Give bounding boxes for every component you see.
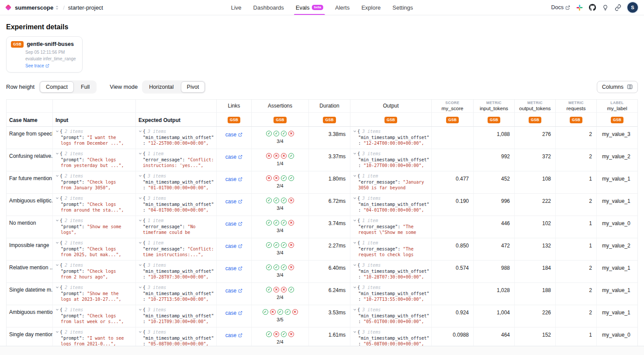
- case-name-cell[interactable]: Confusing relative...: [7, 149, 53, 171]
- row-height-full-button[interactable]: Full: [75, 81, 96, 93]
- chevron-down-icon[interactable]: [353, 308, 357, 311]
- gsb-badge[interactable]: GSB: [488, 117, 500, 123]
- chevron-down-icon[interactable]: [138, 174, 142, 178]
- case-trace-link[interactable]: case: [225, 198, 242, 205]
- output-cell[interactable]: { 1 item "error_message": "January 3050 …: [350, 171, 432, 193]
- column-header-expected-output[interactable]: Expected Output: [136, 113, 217, 126]
- column-header-requests[interactable]: METRICrequests: [556, 100, 597, 112]
- chevron-down-icon[interactable]: [55, 196, 59, 200]
- column-header-input[interactable]: Input: [53, 113, 136, 126]
- case-trace-link[interactable]: case: [225, 243, 242, 249]
- expected-output-cell[interactable]: { 3 items "min_timestamp_with_offset": "…: [136, 261, 217, 282]
- github-icon[interactable]: [589, 4, 596, 11]
- case-trace-link[interactable]: case: [225, 310, 242, 316]
- case-name-cell[interactable]: Ambiguous mention: [7, 305, 53, 327]
- gsb-badge[interactable]: GSB: [323, 117, 336, 123]
- case-trace-link[interactable]: case: [225, 154, 242, 160]
- nav-tab-live[interactable]: Live: [231, 0, 242, 15]
- output-cell[interactable]: { 3 items "min_timestamp_with_offset": "…: [350, 149, 432, 171]
- output-cell[interactable]: { 3 items "min_timestamp_with_offset": "…: [350, 283, 432, 305]
- table-row[interactable]: Ambiguous elliptic... { 2 items "prompt"…: [7, 194, 637, 216]
- chevron-down-icon[interactable]: [55, 241, 59, 244]
- column-header-duration[interactable]: Duration: [309, 100, 350, 112]
- nav-tab-alerts[interactable]: Alerts: [335, 0, 350, 15]
- input-cell[interactable]: { 2 items "prompt": "I want the logs fro…: [53, 127, 136, 149]
- table-row[interactable]: Impossible range { 2 items "prompt": "Ch…: [7, 238, 637, 261]
- output-cell[interactable]: { 3 items "min_timestamp_with_offset": "…: [350, 194, 432, 216]
- input-cell[interactable]: { 2 items "prompt": "Check logs from Jan…: [53, 171, 136, 193]
- table-row[interactable]: Single datetime m... { 2 items "prompt":…: [7, 283, 637, 305]
- see-trace-link[interactable]: See trace: [25, 63, 49, 68]
- link-icon[interactable]: [615, 4, 621, 11]
- expected-output-cell[interactable]: { 1 item "error_message": "No timeframe …: [136, 216, 217, 238]
- table-row[interactable]: Far future mention { 2 items "prompt": "…: [7, 171, 637, 194]
- output-cell[interactable]: { 3 items "min_timestamp_with_offset": "…: [350, 127, 432, 149]
- chevron-down-icon[interactable]: [55, 174, 59, 178]
- output-cell[interactable]: { 1 item "error_message": "The request t…: [350, 238, 432, 260]
- gsb-badge[interactable]: GSB: [570, 117, 582, 123]
- chevron-down-icon[interactable]: [138, 219, 142, 222]
- project-name[interactable]: starter-project: [68, 4, 103, 11]
- expected-output-cell[interactable]: { 3 items "min_timestamp_with_offset": "…: [136, 194, 217, 216]
- chevron-down-icon[interactable]: [55, 263, 59, 267]
- chevron-down-icon[interactable]: [138, 196, 142, 200]
- chevron-down-icon[interactable]: [55, 129, 59, 133]
- chevron-down-icon[interactable]: [353, 263, 357, 267]
- output-cell[interactable]: { 3 items "min_timestamp_with_offset": "…: [350, 261, 432, 282]
- column-header-case-name[interactable]: Case Name: [7, 113, 53, 126]
- chevron-down-icon[interactable]: [353, 152, 357, 155]
- input-cell[interactable]: { 2 items "prompt": "Check logs from 202…: [53, 238, 136, 260]
- chevron-down-icon[interactable]: [138, 308, 142, 311]
- chevron-down-icon[interactable]: [353, 129, 357, 133]
- chevron-down-icon[interactable]: [55, 330, 59, 334]
- gsb-badge[interactable]: GSB: [446, 117, 459, 123]
- input-cell[interactable]: { 2 items "prompt": "Check logs from 2 h…: [53, 261, 136, 282]
- column-header-links[interactable]: Links: [217, 100, 252, 112]
- case-name-cell[interactable]: Far future mention: [7, 171, 53, 193]
- nav-tab-evals[interactable]: Evals beta: [296, 0, 323, 15]
- gsb-badge[interactable]: GSB: [529, 117, 541, 123]
- case-trace-link[interactable]: case: [225, 176, 242, 182]
- chevron-down-icon[interactable]: [353, 174, 357, 178]
- chevron-down-icon[interactable]: [55, 219, 59, 222]
- input-cell[interactable]: { 2 items "prompt": "Check logs from yes…: [53, 149, 136, 171]
- columns-button[interactable]: Columns: [597, 81, 638, 93]
- input-cell[interactable]: { 2 items "prompt": "Show me some logs",: [53, 216, 136, 238]
- table-row[interactable]: Relative mention ... { 2 items "prompt":…: [7, 261, 637, 283]
- nav-tab-settings[interactable]: Settings: [392, 0, 413, 15]
- table-row[interactable]: No mention { 2 items "prompt": "Show me …: [7, 216, 637, 238]
- case-name-cell[interactable]: Relative mention ...: [7, 261, 53, 282]
- case-trace-link[interactable]: case: [225, 221, 242, 227]
- column-header-output-tokens[interactable]: METRICoutput_tokens: [515, 100, 556, 112]
- experiment-card[interactable]: GSB gentle-sniff-buses Sep 05 12:11:56 P…: [6, 36, 83, 73]
- case-name-cell[interactable]: No mention: [7, 216, 53, 238]
- expected-output-cell[interactable]: { 3 items "min_timestamp_with_offset": "…: [136, 283, 217, 305]
- gsb-badge[interactable]: GSB: [384, 117, 397, 123]
- output-cell[interactable]: { 1 item "error_message": "The request \…: [350, 216, 432, 238]
- chevron-down-icon[interactable]: [353, 241, 357, 244]
- chevron-down-icon[interactable]: [353, 330, 357, 334]
- chevron-down-icon[interactable]: [138, 241, 142, 244]
- table-row[interactable]: Ambiguous mention { 2 items "prompt": "C…: [7, 305, 637, 327]
- view-mode-pivot-button[interactable]: Pivot: [181, 81, 205, 93]
- gsb-badge[interactable]: GSB: [611, 117, 623, 123]
- expected-output-cell[interactable]: { 3 items "min_timestamp_with_offset": "…: [136, 305, 217, 327]
- case-trace-link[interactable]: case: [225, 288, 242, 294]
- workspace-switcher[interactable]: summerscope: [15, 4, 59, 11]
- gsb-badge[interactable]: GSB: [274, 117, 286, 123]
- chevron-down-icon[interactable]: [138, 263, 142, 267]
- case-name-cell[interactable]: Single datetime m...: [7, 283, 53, 305]
- nav-tab-dashboards[interactable]: Dashboards: [253, 0, 284, 15]
- chevron-down-icon[interactable]: [55, 285, 59, 289]
- chevron-down-icon[interactable]: [353, 219, 357, 222]
- case-trace-link[interactable]: case: [225, 332, 242, 338]
- column-header-input-tokens[interactable]: METRICinput_tokens: [474, 100, 515, 112]
- row-height-compact-button[interactable]: Compact: [40, 81, 74, 93]
- expected-output-cell[interactable]: { 3 items "min_timestamp_with_offset": "…: [136, 127, 217, 149]
- lightbulb-icon[interactable]: [602, 4, 609, 11]
- column-header-assertions[interactable]: Assertions: [252, 100, 309, 112]
- column-header-label[interactable]: LABELmy_label: [597, 100, 637, 112]
- expected-output-cell[interactable]: { 1 item "error_message": "Conflict: tim…: [136, 238, 217, 260]
- expected-output-cell[interactable]: { 3 items "min_timestamp_with_offset": "…: [136, 171, 217, 193]
- input-cell[interactable]: { 2 items "prompt": "Check logs from aro…: [53, 194, 136, 216]
